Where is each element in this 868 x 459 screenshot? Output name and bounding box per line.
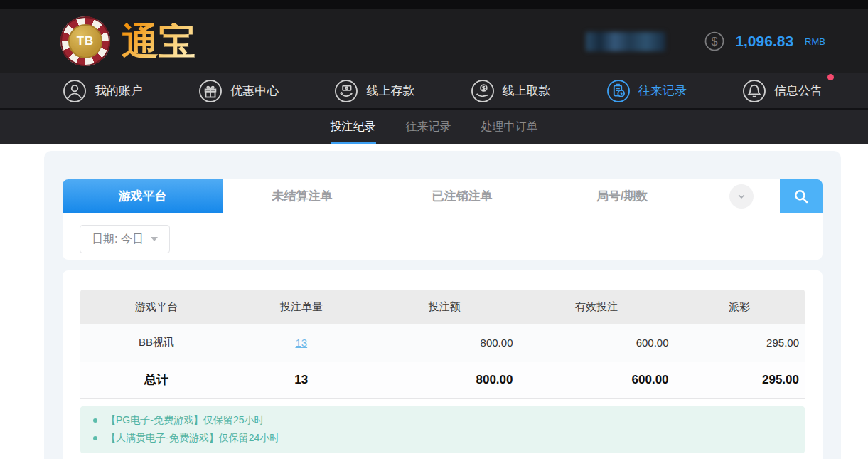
col-payout: 派彩 [675, 290, 805, 324]
chevron-down-icon [729, 184, 754, 209]
notice-item: 【PG电子-免费游戏】仅保留25小时 [93, 412, 792, 430]
total-valid-bet: 600.00 [518, 362, 674, 398]
nav-label: 往来记录 [638, 83, 687, 99]
nav-label: 线上取款 [503, 83, 551, 99]
cell-bet-amount: 800.00 [370, 324, 519, 362]
filter-tabs: 游戏平台 未结算注单 已注销注单 局号/期数 [63, 179, 823, 213]
dollar-circle-icon: $ [704, 31, 725, 52]
nav-item-announcements[interactable]: 信息公告 [742, 79, 823, 103]
notice-item: 【大满贯电子-免费游戏】仅保留24小时 [93, 430, 792, 448]
nav-item-online-deposit[interactable]: 线上存款 [334, 79, 414, 103]
notice-text: 【大满贯电子-免费游戏】仅保留24小时 [106, 432, 279, 445]
total-payout: 295.00 [675, 362, 805, 398]
filter-dropdown[interactable] [702, 179, 780, 213]
brand-name: 通宝 [122, 23, 195, 60]
notice-box: 【PG电子-免费游戏】仅保留25小时 【大满贯电子-免费游戏】仅保留24小时 [80, 406, 805, 453]
bullet-icon [93, 418, 97, 423]
balance-amount: 1,096.83 [735, 33, 793, 50]
nav-label: 优惠中心 [230, 83, 279, 99]
svg-text:$: $ [712, 35, 718, 48]
cell-payout: 295.00 [675, 324, 805, 362]
tab-game-platform[interactable]: 游戏平台 [63, 179, 223, 213]
subnav-transaction-records[interactable]: 往来记录 [406, 110, 451, 144]
nav-label: 信息公告 [774, 83, 823, 99]
header: TB 通宝 $ 1,096.83 RMB [0, 0, 868, 73]
caret-down-icon [151, 237, 158, 241]
date-filter[interactable]: 日期: 今日 [80, 225, 170, 253]
col-bet-amount: 投注额 [370, 290, 519, 324]
results-card: 游戏平台 投注单量 投注额 有效投注 派彩 BB视讯 13 800.00 600… [63, 270, 823, 459]
nav-label: 线上存款 [366, 83, 414, 99]
account-area: $ 1,096.83 RMB [586, 31, 825, 52]
total-bet-amount: 800.00 [370, 362, 519, 398]
subnav-pending-orders[interactable]: 处理中订单 [481, 110, 538, 144]
col-game-platform: 游戏平台 [80, 290, 232, 324]
total-label: 总计 [80, 362, 232, 398]
records-icon [606, 79, 631, 103]
date-filter-row: 日期: 今日 [63, 213, 823, 253]
sub-nav: 投注纪录 往来记录 处理中订单 [0, 110, 868, 144]
nav-label: 我的账户 [95, 83, 143, 99]
notice-text: 【PG电子-免费游戏】仅保留25小时 [106, 414, 264, 427]
cell-platform: BB视讯 [80, 324, 232, 362]
tab-unsettled-bets[interactable]: 未结算注单 [223, 179, 382, 213]
main-nav: 我的账户 优惠中心 线上存款 线上取款 [0, 73, 868, 110]
deposit-icon [334, 79, 358, 103]
username-redacted [586, 32, 665, 51]
nav-item-online-withdrawal[interactable]: 线上取款 [471, 79, 551, 103]
logo-badge: TB [77, 34, 95, 48]
withdraw-icon [471, 79, 495, 103]
bell-icon [742, 79, 766, 103]
bet-count-link[interactable]: 13 [295, 337, 307, 349]
tab-round-number[interactable]: 局号/期数 [542, 179, 702, 213]
col-valid-bet: 有效投注 [518, 290, 674, 324]
search-icon [792, 187, 810, 206]
brand-logo[interactable]: TB 通宝 [60, 16, 195, 66]
cell-valid-bet: 600.00 [518, 324, 674, 362]
bullet-icon [93, 436, 97, 440]
notification-badge [827, 74, 834, 80]
total-count: 13 [232, 362, 370, 398]
nav-item-transaction-records[interactable]: 往来记录 [606, 79, 687, 103]
bet-summary-table: 游戏平台 投注单量 投注额 有效投注 派彩 BB视讯 13 800.00 600… [80, 290, 805, 399]
table-total-row: 总计 13 800.00 600.00 295.00 [80, 362, 805, 398]
table-row: BB视讯 13 800.00 600.00 295.00 [80, 324, 805, 362]
table-header-row: 游戏平台 投注单量 投注额 有效投注 派彩 [80, 290, 805, 324]
nav-item-promotions[interactable]: 优惠中心 [198, 79, 279, 103]
poker-chip-logo-icon: TB [60, 16, 110, 66]
filter-card: 游戏平台 未结算注单 已注销注单 局号/期数 日期: 今日 [63, 179, 823, 260]
date-filter-label: 日期: 今日 [92, 232, 144, 247]
content-panel: 游戏平台 未结算注单 已注销注单 局号/期数 日期: 今日 [44, 151, 841, 459]
gift-icon [198, 79, 223, 103]
balance-currency: RMB [805, 36, 825, 47]
search-button[interactable] [780, 179, 823, 213]
nav-item-my-account[interactable]: 我的账户 [63, 79, 143, 103]
subnav-betting-records[interactable]: 投注纪录 [331, 110, 376, 144]
col-bet-count: 投注单量 [232, 290, 370, 324]
tab-cancelled-bets[interactable]: 已注销注单 [382, 179, 542, 213]
user-icon [63, 79, 87, 103]
